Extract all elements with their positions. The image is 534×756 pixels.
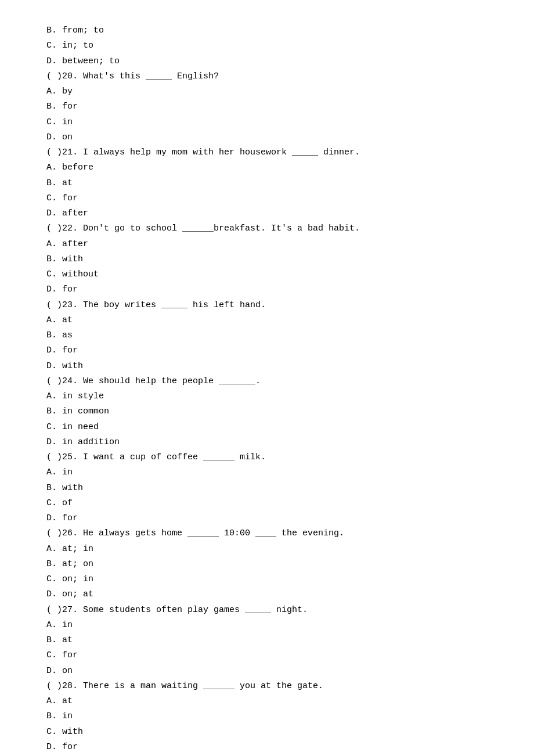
text-line: ( )22. Don't go to school ______breakfas…: [46, 221, 488, 236]
text-line: D. between; to: [46, 54, 488, 69]
text-line: ( )21. I always help my mom with her hou…: [46, 145, 488, 160]
text-line: C. of: [46, 496, 488, 511]
text-line: A. by: [46, 84, 488, 99]
text-line: B. at; on: [46, 557, 488, 572]
text-line: ( )28. There is a man waiting ______ you…: [46, 679, 488, 694]
text-line: A. at: [46, 694, 488, 709]
text-line: B. in common: [46, 404, 488, 419]
main-content: B. from; toC. in; toD. between; to( )20.…: [46, 23, 488, 755]
text-line: ( )23. The boy writes _____ his left han…: [46, 298, 488, 313]
text-line: B. with: [46, 252, 488, 267]
text-line: B. in: [46, 709, 488, 724]
text-line: ( )20. What's this _____ English?: [46, 69, 488, 84]
text-line: D. for: [46, 511, 488, 526]
text-line: A. after: [46, 237, 488, 252]
text-line: ( )27. Some students often play games __…: [46, 603, 488, 618]
text-line: D. after: [46, 206, 488, 221]
text-line: B. at: [46, 633, 488, 648]
text-line: C. for: [46, 648, 488, 663]
text-line: D. on; at: [46, 587, 488, 602]
text-line: D. on: [46, 130, 488, 145]
text-line: C. for: [46, 191, 488, 206]
text-line: B. as: [46, 328, 488, 343]
text-line: D. for: [46, 740, 488, 755]
text-line: C. with: [46, 725, 488, 740]
text-line: D. in addition: [46, 435, 488, 450]
text-line: A. at: [46, 313, 488, 328]
text-line: C. without: [46, 267, 488, 282]
text-line: A. before: [46, 160, 488, 175]
text-line: B. with: [46, 481, 488, 496]
text-line: D. for: [46, 282, 488, 297]
text-line: B. at: [46, 176, 488, 191]
text-line: A. in style: [46, 389, 488, 404]
text-line: A. in: [46, 465, 488, 480]
text-line: B. for: [46, 99, 488, 114]
text-line: A. in: [46, 618, 488, 633]
text-line: D. on: [46, 664, 488, 679]
text-line: ( )26. He always gets home ______ 10:00 …: [46, 526, 488, 541]
text-line: D. for: [46, 343, 488, 358]
text-line: B. from; to: [46, 23, 488, 38]
text-line: C. in need: [46, 420, 488, 435]
text-line: ( )25. I want a cup of coffee ______ mil…: [46, 450, 488, 465]
text-line: A. at; in: [46, 542, 488, 557]
text-line: C. on; in: [46, 572, 488, 587]
text-line: C. in; to: [46, 38, 488, 53]
text-line: D. with: [46, 359, 488, 374]
text-line: ( )24. We should help the people _______…: [46, 374, 488, 389]
text-line: C. in: [46, 115, 488, 130]
